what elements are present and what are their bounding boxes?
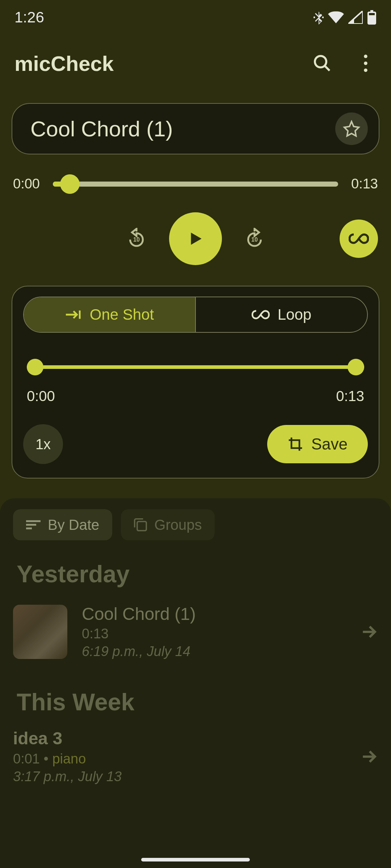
recording-duration: 0:13	[82, 626, 345, 642]
rewind-10-button[interactable]: 10	[124, 226, 149, 251]
svg-point-6	[364, 61, 367, 65]
status-bar: 1:26	[0, 0, 391, 34]
loop-toggle-button[interactable]	[340, 220, 378, 258]
svg-point-5	[364, 55, 367, 58]
forward-10-button[interactable]: 10	[242, 226, 267, 251]
groups-label: Groups	[154, 517, 202, 533]
app-bar: micCheck	[0, 34, 391, 92]
section-header-this-week: This Week	[17, 688, 374, 716]
svg-rect-13	[137, 522, 146, 531]
status-icons	[314, 10, 377, 25]
recording-item[interactable]: Cool Chord (1) 0:13 6:19 p.m., July 14	[13, 604, 378, 659]
recording-item[interactable]: idea 3 0:01 • piano 3:17 p.m., July 13	[13, 728, 378, 784]
trim-range-slider[interactable]	[27, 360, 364, 374]
recording-date: 3:17 p.m., July 13	[13, 769, 360, 784]
track-title-card: Cool Chord (1)	[12, 103, 379, 154]
recordings-list: By Date Groups Yesterday Cool Chord (1) …	[0, 498, 391, 868]
search-icon	[312, 54, 332, 73]
current-time: 0:00	[13, 176, 42, 192]
status-time: 1:26	[14, 9, 44, 26]
loop-editor-panel: One Shot Loop 0:00 0:13 1x Save	[12, 286, 379, 478]
svg-point-3	[315, 56, 327, 68]
app-title: micCheck	[14, 51, 311, 76]
bluetooth-icon	[314, 10, 324, 25]
play-button[interactable]	[169, 212, 222, 265]
section-header-yesterday: Yesterday	[17, 560, 374, 588]
one-shot-label: One Shot	[90, 306, 154, 323]
battery-icon	[367, 10, 377, 25]
sort-by-date-chip[interactable]: By Date	[13, 509, 112, 540]
one-shot-tab[interactable]: One Shot	[24, 297, 195, 332]
search-button[interactable]	[311, 52, 333, 74]
svg-point-1	[322, 16, 324, 18]
sort-icon	[26, 520, 41, 530]
chevron-right-icon	[360, 623, 378, 641]
recording-title: idea 3	[13, 728, 360, 748]
play-icon	[186, 230, 205, 248]
navigation-handle[interactable]	[141, 858, 250, 861]
range-end: 0:13	[336, 388, 364, 404]
wifi-icon	[328, 11, 344, 24]
recording-meta: 0:01 • piano	[13, 751, 360, 767]
svg-point-7	[364, 68, 367, 72]
svg-line-4	[325, 66, 330, 71]
more-button[interactable]	[355, 52, 377, 74]
recording-title: Cool Chord (1)	[82, 604, 345, 624]
save-label: Save	[311, 435, 348, 453]
playback-speed-button[interactable]: 1x	[23, 424, 63, 464]
recording-thumbnail	[13, 605, 67, 659]
total-time: 0:13	[349, 176, 378, 192]
play-controls: 10 10	[13, 212, 378, 266]
infinity-icon	[252, 310, 270, 319]
crop-icon	[287, 436, 303, 452]
playback-progress: 0:00 0:13	[13, 176, 378, 192]
save-button[interactable]: Save	[267, 425, 368, 463]
loop-tab[interactable]: Loop	[196, 297, 367, 332]
infinity-icon	[349, 233, 369, 244]
recording-date: 6:19 p.m., July 14	[82, 644, 345, 659]
range-start: 0:00	[27, 388, 55, 404]
star-outline-icon	[343, 120, 360, 137]
chevron-right-icon	[360, 748, 378, 766]
svg-rect-2	[369, 13, 375, 15]
seek-slider[interactable]	[53, 182, 338, 187]
signal-icon	[348, 11, 363, 24]
library-icon	[134, 518, 147, 531]
loop-label: Loop	[278, 306, 311, 323]
playback-mode-toggle: One Shot Loop	[23, 297, 368, 333]
more-vert-icon	[363, 55, 368, 72]
svg-point-0	[314, 16, 315, 18]
by-date-label: By Date	[48, 517, 99, 533]
groups-chip[interactable]: Groups	[121, 509, 215, 540]
arrow-bar-icon	[65, 309, 82, 320]
track-title[interactable]: Cool Chord (1)	[30, 116, 335, 141]
favorite-button[interactable]	[335, 112, 368, 145]
speed-label: 1x	[35, 436, 51, 452]
